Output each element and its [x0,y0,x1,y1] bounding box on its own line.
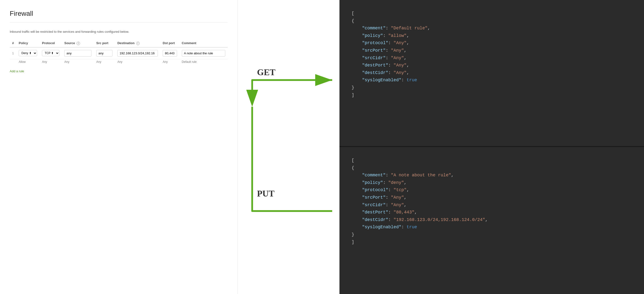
code-line: "destCidr": "192.168.123.0/24,192.168.12… [352,216,632,224]
col-header-destination: Destination i [115,39,160,47]
code-line: "comment": "Default rule", [352,25,632,32]
code-line: "comment": "A note about the rule", [352,171,632,179]
code-line: ] [352,238,632,246]
comment-sub: Default rule [180,59,228,66]
sub-empty [10,59,16,66]
col-header-dstport: Dst port [160,39,180,47]
middle-area: GET PUT [238,0,340,294]
protocol-cell[interactable]: TCP ⬆ Any UDP [40,47,62,59]
code-line: { [352,164,632,172]
get-code-block: [ { "comment": "Default rule", "policy":… [340,0,644,147]
code-line: ] [352,91,632,99]
table-sub-row: Allow Any Any Any Any Any Default rule [10,59,228,66]
srcport-sub: Any [94,59,115,66]
col-header-num: # [10,39,16,47]
code-line: "destPort": "Any", [352,62,632,69]
col-header-source: Source i [62,39,94,47]
col-header-srcport: Src port [94,39,115,47]
code-line: "srcPort": "Any", [352,47,632,54]
code-line: "protocol": "Any", [352,39,632,47]
dest-input-cell[interactable] [115,47,160,59]
code-line: "destPort": "80,443", [352,209,632,216]
page-title: Firewall [10,10,228,23]
right-panel: [ { "comment": "Default rule", "policy":… [340,0,644,294]
firewall-table: # Policy Protocol Source i Src port Dest… [10,39,228,66]
source-sub: Any [62,59,94,66]
svg-text:PUT: PUT [257,189,274,198]
code-line: } [352,231,632,238]
dstport-sub: Any [160,59,180,66]
policy-select[interactable]: Deny ⬆ Allow [19,50,37,56]
comment-input[interactable] [182,50,225,57]
table-row: 1 Deny ⬆ Allow TCP ⬆ Any UDP [10,47,228,59]
code-line: "policy": "deny", [352,179,632,187]
code-line: "protocol": "tcp", [352,186,632,194]
dest-input[interactable] [117,50,158,57]
row-num: 1 [10,47,16,59]
code-line: "srcPort": "Any", [352,194,632,201]
protocol-select[interactable]: TCP ⬆ Any UDP [42,50,60,56]
table-header-row: # Policy Protocol Source i Src port Dest… [10,39,228,47]
code-line: "syslogEnabled": true [352,76,632,84]
col-header-protocol: Protocol [40,39,62,47]
policy-sub: Allow [16,59,40,66]
add-rule-link[interactable]: Add a rule [10,69,24,73]
page-description: Inbound traffic will be restricted to th… [10,30,228,34]
code-line: [ [352,157,632,164]
policy-cell[interactable]: Deny ⬆ Allow [16,47,40,59]
dstport-input-cell[interactable] [160,47,180,59]
put-code-block: [ { "comment": "A note about the rule", … [340,147,644,294]
dstport-input[interactable] [163,50,177,57]
source-input-cell[interactable] [62,47,94,59]
source-info-icon[interactable]: i [76,42,80,45]
comment-input-cell[interactable] [180,47,228,59]
destination-info-icon[interactable]: i [136,42,140,45]
srcport-input-cell[interactable] [94,47,115,59]
code-line: [ [352,10,632,17]
col-header-policy: Policy [16,39,40,47]
code-line: "policy": "allow", [352,32,632,40]
col-header-comment: Comment [180,39,228,47]
code-line: { [352,17,632,25]
code-line: "destCidr": "Any", [352,69,632,77]
svg-text:GET: GET [257,68,276,77]
protocol-sub: Any [40,59,62,66]
code-line: "syslogEnabled": true [352,223,632,231]
source-input[interactable] [64,50,92,57]
code-line: "srcCidr": "Any", [352,54,632,62]
dest-sub: Any [115,59,160,66]
code-line: } [352,84,632,91]
code-line: "srcCidr": "Any", [352,201,632,209]
srcport-input[interactable] [96,50,112,57]
